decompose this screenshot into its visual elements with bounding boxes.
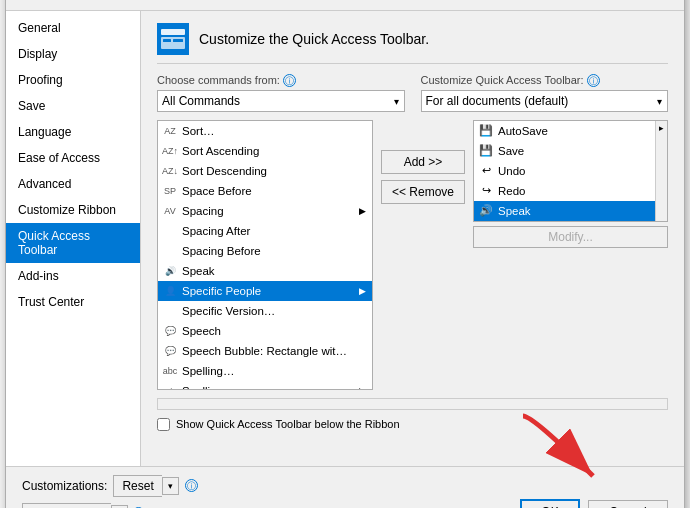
title-bar-controls: ? ✕ [630,0,676,4]
sidebar-item-language[interactable]: Language [6,119,140,145]
sidebar-item-quick[interactable]: Quick Access Toolbar [6,223,140,263]
import-export-dropdown: Import/Export ▾ ⓘ [22,503,198,509]
choose-info-icon: ⓘ [283,74,296,87]
right-list[interactable]: 💾AutoSave💾Save↩Undo↪Redo🔊Speak [474,121,667,221]
reset-arrow-button[interactable]: ▾ [162,477,179,495]
right-list-item[interactable]: ↪Redo [474,181,667,201]
show-below-checkbox[interactable] [157,418,170,431]
reset-dropdown: Reset ▾ [113,475,178,497]
right-item-icon: ↪ [478,183,494,199]
list-item-label: Specific People [182,285,261,297]
list-item-label: Sort… [182,125,215,137]
cancel-button[interactable]: Cancel [588,500,668,509]
right-item-label: Undo [498,165,526,177]
right-item-label: Speak [498,205,531,217]
sidebar-item-proofing[interactable]: Proofing [6,67,140,93]
list-item[interactable]: AZSort… [158,121,372,141]
right-list-item[interactable]: 🔊Speak [474,201,667,221]
import-export-arrow-button[interactable]: ▾ [111,505,128,509]
horizontal-scrollbar[interactable] [157,398,668,410]
list-item[interactable]: AZ↓Sort Descending [158,161,372,181]
list-item-icon [162,243,178,259]
ok-button[interactable]: OK [520,499,580,509]
choose-select-wrapper: All Commands [157,90,405,112]
sidebar-item-save[interactable]: Save [6,93,140,119]
commands-list[interactable]: AZSort…AZ↑Sort AscendingAZ↓Sort Descendi… [158,121,372,389]
list-item[interactable]: SPSpace Before [158,181,372,201]
right-list-container: 💾AutoSave💾Save↩Undo↪Redo🔊Speak ▸ [473,120,668,222]
list-item-icon: AZ [162,123,178,139]
list-item-label: Spacing After [182,225,250,237]
list-item-icon: 💬 [162,343,178,359]
list-item[interactable]: ✓Spelling▶ [158,381,372,389]
customize-select-wrapper: For all documents (default) [421,90,669,112]
svg-rect-0 [161,29,185,35]
right-item-label: AutoSave [498,125,548,137]
lists-area: AZSort…AZ↑Sort AscendingAZ↓Sort Descendi… [157,120,668,390]
list-item[interactable]: 💬Speech Bubble: Rectangle wit… [158,341,372,361]
list-item-label: Speech Bubble: Rectangle wit… [182,345,347,357]
list-item[interactable]: abcSpelling… [158,361,372,381]
bottom-section: Show Quick Access Toolbar below the Ribb… [157,398,668,431]
list-item-label: Spelling… [182,365,234,377]
list-item-icon: abc [162,363,178,379]
right-item-icon: 💾 [478,143,494,159]
reset-button[interactable]: Reset [113,475,161,497]
customizations-label: Customizations: [22,479,107,493]
list-item[interactable]: 👤Specific People▶ [158,281,372,301]
list-item[interactable]: 💬Speech [158,321,372,341]
list-item[interactable]: AVSpacing▶ [158,201,372,221]
list-item[interactable]: 🔊Speak [158,261,372,281]
close-button[interactable]: ✕ [654,0,676,4]
list-item-icon [162,303,178,319]
right-panel: 💾AutoSave💾Save↩Undo↪Redo🔊Speak ▸ Modify.… [473,120,668,248]
footer-left: Customizations: Reset ▾ ⓘ Import/Export … [22,475,198,509]
main-content: Customize the Quick Access Toolbar. Choo… [141,11,684,466]
customizations-row: Customizations: Reset ▾ ⓘ [22,475,198,497]
customize-toolbar-select[interactable]: For all documents (default) [421,90,669,112]
right-item-icon: 🔊 [478,203,494,219]
right-item-label: Save [498,145,524,157]
list-item[interactable]: Spacing Before [158,241,372,261]
list-item-icon: AZ↑ [162,143,178,159]
customize-label: Customize Quick Access Toolbar: ⓘ [421,74,669,87]
help-button[interactable]: ? [630,0,652,4]
show-below-label[interactable]: Show Quick Access Toolbar below the Ribb… [176,418,400,430]
list-item[interactable]: Spacing After [158,221,372,241]
list-item-icon: SP [162,183,178,199]
svg-rect-2 [163,39,171,42]
sidebar-item-general[interactable]: General [6,15,140,41]
list-item-icon: 👤 [162,283,178,299]
right-item-label: Redo [498,185,526,197]
sidebar-item-ribbon[interactable]: Customize Ribbon [6,197,140,223]
list-item-icon: AZ↓ [162,163,178,179]
modify-button[interactable]: Modify... [473,226,668,248]
reset-info-icon: ⓘ [185,479,198,492]
list-item[interactable]: Specific Version… [158,301,372,321]
choose-col: Choose commands from: ⓘ All Commands [157,74,405,112]
list-item-label: Speech [182,325,221,337]
word-options-dialog: Word Options ? ✕ GeneralDisplayProofingS… [5,0,685,508]
sidebar-item-trust[interactable]: Trust Center [6,289,140,315]
sidebar-item-advanced[interactable]: Advanced [6,171,140,197]
right-list-item[interactable]: 💾Save [474,141,667,161]
sidebar-item-display[interactable]: Display [6,41,140,67]
import-export-button[interactable]: Import/Export [22,503,111,509]
submenu-arrow-icon: ▶ [359,286,366,296]
toolbar-selectors-row: Choose commands from: ⓘ All Commands Cus… [157,74,668,112]
right-item-icon: 💾 [478,123,494,139]
choose-label: Choose commands from: ⓘ [157,74,405,87]
sidebar-item-ease[interactable]: Ease of Access [6,145,140,171]
section-title: Customize the Quick Access Toolbar. [199,31,429,47]
list-item[interactable]: AZ↑Sort Ascending [158,141,372,161]
choose-commands-select[interactable]: All Commands [157,90,405,112]
remove-button[interactable]: << Remove [381,180,465,204]
submenu-arrow-icon: ▶ [359,206,366,216]
right-list-item[interactable]: 💾AutoSave [474,121,667,141]
commands-list-container: AZSort…AZ↑Sort AscendingAZ↓Sort Descendi… [157,120,373,390]
title-bar: Word Options ? ✕ [6,0,684,11]
right-list-item[interactable]: ↩Undo [474,161,667,181]
sidebar: GeneralDisplayProofingSaveLanguageEase o… [6,11,141,466]
add-button[interactable]: Add >> [381,150,465,174]
sidebar-item-addins[interactable]: Add-ins [6,263,140,289]
